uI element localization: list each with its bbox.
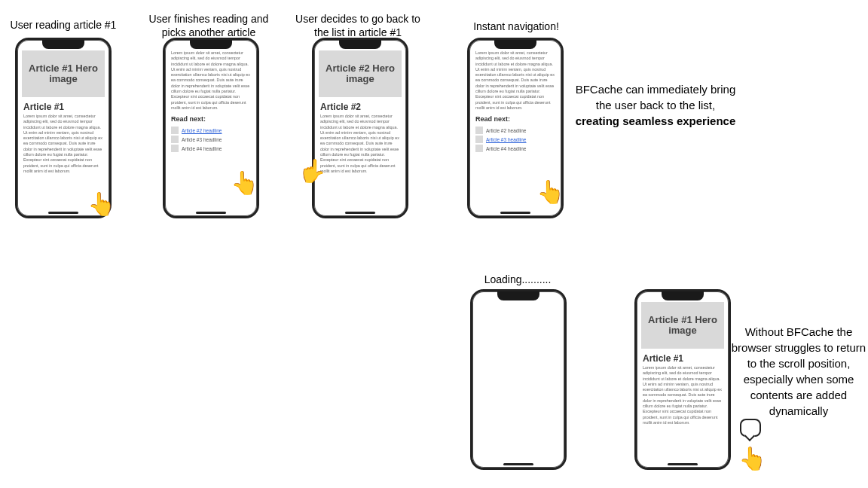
home-indicator [345, 212, 375, 214]
caption-loading: Loading.......... [469, 273, 567, 286]
thumbnail-placeholder [171, 127, 179, 134]
phone-notch [339, 40, 381, 49]
phone-frame-3: Article #2 Hero image Article #2 Lorem i… [312, 38, 408, 218]
home-indicator [500, 212, 530, 214]
phone-frame-2: Lorem ipsum dolor sit amet, consectetur … [163, 38, 259, 218]
article-body: Lorem ipsum dolor sit amet, consectetur … [22, 114, 105, 174]
thumbnail-placeholder [171, 136, 179, 143]
caption-step4: Instant navigation! [460, 20, 573, 33]
read-next-item[interactable]: Article #4 headline [170, 144, 252, 153]
phone-notch [190, 40, 232, 49]
article-body: Lorem ipsum dolor sit amet, consectetur … [474, 50, 557, 111]
phone-frame-4: Lorem ipsum dolor sit amet, consectetur … [467, 38, 564, 218]
home-indicator [196, 212, 226, 214]
bfcache-benefit-bold: creating seamless experience [576, 114, 736, 127]
article-title: Article #2 [319, 97, 402, 114]
phone-screen-4: Lorem ipsum dolor sit amet, consectetur … [474, 50, 557, 210]
speech-bubble-icon [740, 419, 761, 437]
read-next-heading: Read next: [474, 111, 557, 126]
home-indicator [503, 463, 533, 465]
article-title: Article #1 [641, 349, 724, 365]
thumbnail-placeholder [171, 145, 179, 152]
phone-screen-3: Article #2 Hero image Article #2 Lorem i… [319, 50, 402, 210]
phone-notch [662, 291, 704, 300]
bfcache-benefit-line: BFCache can immediately bring the user b… [576, 83, 736, 111]
home-indicator [48, 212, 78, 214]
thumbnail-placeholder [475, 145, 483, 152]
article-body: Lorem ipsum dolor sit amet, consectetur … [641, 365, 724, 425]
article-body: Lorem ipsum dolor sit amet, consectetur … [170, 50, 252, 111]
article-title: Article #1 [22, 97, 105, 114]
caption-step3: User decides to go back to the list in a… [294, 12, 422, 39]
phone-notch [497, 291, 539, 300]
read-next-item[interactable]: Article #4 headline [474, 144, 557, 153]
bfcache-drawback-text: Without BFCache the browser struggles to… [731, 324, 866, 419]
home-indicator [668, 463, 698, 465]
read-next-link[interactable]: Article #4 headline [486, 146, 526, 151]
phone-notch [42, 40, 84, 49]
phone-notch [494, 40, 536, 49]
pointing-hand-icon: 👆 [738, 447, 766, 470]
read-next-item[interactable]: Article #3 headline [170, 135, 252, 144]
hero-image-placeholder: Article #1 Hero image [22, 50, 105, 97]
read-next-link[interactable]: Article #2 headline [486, 128, 526, 133]
phone-frame-1: Article #1 Hero image Article #1 Lorem i… [15, 38, 112, 218]
read-next-link[interactable]: Article #3 headline [182, 137, 222, 142]
phone-screen-1: Article #1 Hero image Article #1 Lorem i… [22, 50, 105, 210]
read-next-item[interactable]: Article #3 headline [474, 135, 557, 144]
hero-image-placeholder: Article #1 Hero image [641, 302, 724, 349]
read-next-link[interactable]: Article #2 headline [182, 128, 222, 133]
phone-screen-6: Article #1 Hero image Article #1 Lorem i… [641, 302, 724, 462]
phone-screen-2: Lorem ipsum dolor sit amet, consectetur … [170, 50, 252, 210]
read-next-item[interactable]: Article #2 headline [170, 126, 252, 135]
read-next-link[interactable]: Article #3 headline [486, 137, 526, 142]
thumbnail-placeholder [475, 127, 483, 134]
phone-frame-loading [470, 289, 567, 470]
hero-image-placeholder: Article #2 Hero image [319, 50, 402, 97]
phone-frame-6: Article #1 Hero image Article #1 Lorem i… [634, 289, 731, 470]
phone-screen-loading [477, 302, 560, 462]
read-next-link[interactable]: Article #4 headline [182, 146, 222, 151]
article-body: Lorem ipsum dolor sit amet, consectetur … [319, 114, 402, 174]
thumbnail-placeholder [475, 136, 483, 143]
caption-step1: User reading article #1 [3, 18, 124, 32]
read-next-heading: Read next: [170, 111, 252, 126]
bfcache-benefit-text: BFCache can immediately bring the user b… [573, 81, 738, 129]
caption-step2: User finishes reading and picks another … [145, 12, 273, 39]
read-next-item[interactable]: Article #2 headline [474, 126, 557, 135]
